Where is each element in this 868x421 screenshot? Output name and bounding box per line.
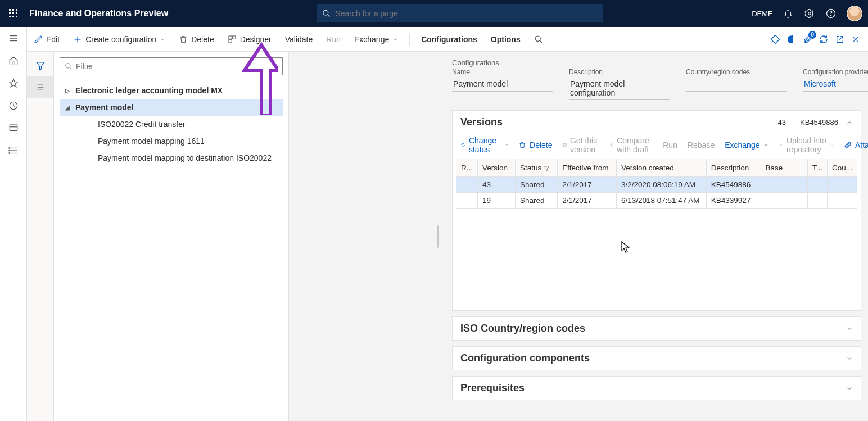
office-icon[interactable] (787, 34, 796, 44)
provider-field-value[interactable]: Microsoft (803, 77, 868, 92)
grid-cell[interactable] (827, 177, 857, 193)
versions-meta-version: 43 (778, 118, 786, 126)
help-icon[interactable] (825, 8, 837, 19)
bell-icon[interactable] (783, 8, 794, 19)
grid-cell[interactable]: Shared (515, 177, 557, 193)
grid-column-header[interactable]: R... (456, 159, 478, 177)
modules-icon[interactable] (0, 139, 27, 162)
edit-button[interactable]: Edit (31, 33, 62, 46)
favorites-icon[interactable] (0, 72, 27, 94)
grid-cell[interactable]: 19 (478, 193, 516, 209)
tree-item[interactable]: ISO20022 Credit transfer (60, 116, 283, 133)
versions-header[interactable]: Versions 43 KB4549886 (453, 111, 861, 134)
gear-icon[interactable] (804, 8, 815, 19)
versions-grid[interactable]: R...VersionStatus Effective fromVersion … (456, 159, 857, 209)
grid-column-header[interactable]: Version created (616, 159, 706, 177)
grid-column-header[interactable]: Base (761, 159, 807, 177)
grid-cell[interactable]: 2/1/2017 (558, 193, 617, 209)
prerequisites-header[interactable]: Prerequisites (453, 377, 861, 400)
attachments-icon[interactable]: 0 (803, 34, 812, 44)
hamburger-icon[interactable] (0, 27, 27, 49)
tree-item[interactable]: ▷Electronic ledger accounting model MX (60, 82, 283, 99)
validate-label: Validate (285, 35, 313, 44)
grid-column-header[interactable]: T... (807, 159, 827, 177)
tree-expander-icon[interactable]: ◢ (63, 105, 72, 111)
svg-marker-17 (9, 79, 17, 87)
workspaces-icon[interactable] (0, 117, 27, 139)
configurations-label: Configurations (421, 35, 477, 44)
user-avatar[interactable] (847, 6, 862, 21)
grid-column-header[interactable]: Status (515, 159, 557, 177)
grid-cell[interactable]: 43 (478, 177, 516, 193)
iso-codes-header[interactable]: ISO Country/region codes (453, 317, 861, 340)
versions-run-button: Run (663, 141, 677, 150)
chevron-down-icon (846, 385, 853, 392)
grid-cell[interactable] (761, 193, 807, 209)
grid-column-header[interactable]: Description (706, 159, 761, 177)
region-field-value[interactable] (686, 77, 787, 92)
svg-point-26 (8, 153, 10, 154)
versions-attachments-button[interactable]: Attachments (844, 141, 868, 150)
name-field-value[interactable]: Payment model (452, 77, 553, 92)
svg-rect-19 (10, 125, 17, 131)
create-configuration-button[interactable]: Create configuration (71, 33, 168, 46)
related-links-icon[interactable] (770, 34, 780, 44)
grid-column-header[interactable]: Effective from (558, 159, 617, 177)
tree-list-icon[interactable] (27, 76, 53, 98)
validate-button[interactable]: Validate (283, 33, 315, 46)
recent-icon[interactable] (0, 94, 27, 117)
global-search[interactable] (317, 4, 603, 22)
svg-rect-7 (12, 16, 14, 17)
grid-cell[interactable] (761, 177, 807, 193)
exchange-button[interactable]: Exchange (352, 33, 400, 46)
table-row[interactable]: 19Shared2/1/20176/13/2018 07:51:47 AMKB4… (456, 193, 857, 209)
grid-column-header[interactable]: Cou... (827, 159, 857, 177)
company-code[interactable]: DEMF (752, 10, 772, 18)
tree-item[interactable]: Payment model mapping 1611 (60, 133, 283, 150)
grid-column-header[interactable]: Version (478, 159, 516, 177)
versions-card: Versions 43 KB4549886 (452, 110, 861, 311)
grid-cell[interactable] (456, 193, 478, 209)
description-field-label: Description (569, 68, 670, 76)
versions-exchange-button[interactable]: Exchange (725, 141, 768, 150)
grid-cell[interactable]: KB4339927 (706, 193, 761, 209)
grid-cell[interactable]: 2/1/2017 (558, 177, 617, 193)
grid-cell[interactable] (807, 177, 827, 193)
grid-cell[interactable]: KB4549886 (706, 177, 761, 193)
configurations-section-label: Configurations (452, 58, 861, 67)
waffle-icon[interactable] (6, 6, 21, 21)
components-title: Configuration components (460, 352, 590, 364)
options-tab[interactable]: Options (489, 33, 523, 46)
home-icon[interactable] (0, 49, 27, 72)
designer-button[interactable]: Designer (225, 33, 274, 46)
popout-icon[interactable] (835, 35, 844, 44)
description-field-value[interactable]: Payment model configuration (569, 77, 670, 100)
tree-item[interactable]: ◢Payment model (60, 99, 283, 116)
svg-rect-4 (12, 12, 14, 14)
grid-cell[interactable]: Shared (515, 193, 557, 209)
toolbar-search-icon[interactable] (532, 33, 545, 46)
components-header[interactable]: Configuration components (453, 347, 861, 370)
grid-cell[interactable] (807, 193, 827, 209)
grid-cell[interactable] (827, 193, 857, 209)
attachments-badge: 0 (808, 31, 816, 39)
grid-cell[interactable] (456, 177, 478, 193)
grid-cell[interactable]: 3/2/2020 08:06:19 AM (616, 177, 706, 193)
tree-filter-input[interactable] (60, 57, 283, 75)
close-icon[interactable] (851, 35, 860, 44)
name-field-label: Name (452, 68, 553, 76)
delete-button[interactable]: Delete (177, 33, 216, 46)
global-search-input[interactable] (335, 9, 598, 18)
tree-filter-field[interactable] (76, 62, 278, 71)
tree-item[interactable]: Payment model mapping to destination ISO… (60, 150, 283, 166)
table-row[interactable]: 43Shared2/1/20173/2/2020 08:06:19 AMKB45… (456, 177, 857, 193)
tree-filter-icon[interactable] (27, 55, 53, 76)
versions-delete-button[interactable]: Delete (518, 141, 552, 150)
refresh-icon[interactable] (819, 34, 829, 44)
chevron-down-icon (846, 355, 853, 362)
tree-expander-icon[interactable]: ▷ (63, 88, 72, 94)
action-toolbar: Edit Create configuration Delete Designe… (27, 27, 868, 52)
configurations-tab[interactable]: Configurations (419, 33, 480, 46)
grid-cell[interactable]: 6/13/2018 07:51:47 AM (616, 193, 706, 209)
change-status-button[interactable]: Change status (460, 136, 508, 154)
